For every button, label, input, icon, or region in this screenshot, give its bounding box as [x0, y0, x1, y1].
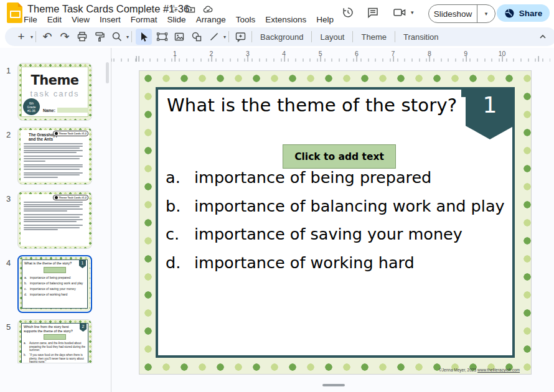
thumb3-paragraph: [24, 214, 86, 222]
menu-help[interactable]: Help: [311, 14, 339, 26]
move-to-folder-icon[interactable]: [185, 4, 195, 14]
ruler-major-ticks: [111, 56, 550, 62]
print-button[interactable]: [75, 29, 90, 45]
thumb-number-3: 3: [6, 194, 11, 203]
option-c[interactable]: c.importance of saving your money: [158, 225, 509, 243]
menu-tools[interactable]: Tools: [231, 14, 261, 26]
new-slide-button[interactable]: +: [14, 29, 29, 45]
text-placeholder-box[interactable]: Click to add text: [283, 144, 396, 169]
zoom-caret-icon[interactable]: ▾: [126, 34, 129, 40]
thumb-number-4: 4: [6, 258, 11, 268]
undo-button[interactable]: ↶: [40, 29, 55, 45]
slide-thumbnail-1[interactable]: Theme task cards 6thGrade#1-36 Name:: [17, 63, 92, 121]
thumb4-title: What is the theme of the story?: [22, 260, 87, 265]
toolbar-separator: [251, 31, 252, 42]
answer-options[interactable]: a.importance of being prepared b.importa…: [158, 168, 509, 281]
text-placeholder-label: Click to add text: [294, 151, 384, 162]
slideshow-label: Slideshow: [429, 9, 477, 19]
toolbar-separator: [131, 31, 132, 42]
thumb2-paragraph: [24, 143, 86, 153]
toolbar-separator: [35, 31, 36, 42]
thumb-number-1: 1: [6, 66, 11, 75]
thumb1-subtitle: task cards: [22, 89, 88, 98]
share-label: Share: [519, 9, 543, 18]
option-a[interactable]: a.importance of being prepared: [158, 168, 509, 187]
current-slide[interactable]: What is the theme of the story? 1 Click …: [139, 70, 532, 375]
slide-thumbnail-4-selected[interactable]: What is the theme of the story? 1 a.impo…: [17, 255, 92, 313]
app-header: Theme Task Cards Complete #1-36 ☆ File E…: [0, 0, 554, 26]
menu-file[interactable]: File: [19, 14, 42, 26]
slide-canvas: What is the theme of the story? 1 Click …: [111, 62, 554, 392]
slideshow-button[interactable]: Slideshow ▾: [428, 4, 495, 23]
thumb2-badge: Theme Task Cards #1-2: [53, 131, 88, 136]
comments-icon[interactable]: [367, 6, 379, 19]
logo-fold: [18, 2, 22, 7]
thumb5-greenbox: [44, 334, 66, 340]
insert-comment-button[interactable]: [233, 29, 248, 45]
thumb3-paragraph: [24, 225, 86, 230]
background-button[interactable]: Background: [255, 32, 309, 42]
slideshow-dropdown-caret-icon[interactable]: ▾: [477, 11, 495, 17]
insert-line-button[interactable]: [207, 29, 222, 45]
thumb-number-2: 2: [6, 130, 11, 139]
menu-arrange[interactable]: Arrange: [191, 14, 231, 26]
toolbar-separator: [395, 31, 395, 42]
credit-link: www.theliteracyloft.com: [477, 368, 520, 372]
layout-button[interactable]: Layout: [314, 32, 350, 42]
thumb3-paragraph: [24, 202, 86, 212]
thumb1-name-row: Name:: [43, 108, 88, 113]
card-number-ribbon[interactable]: 1: [466, 87, 514, 139]
slide-card[interactable]: What is the theme of the story? 1 Click …: [156, 87, 515, 358]
line-caret-icon[interactable]: ▾: [223, 34, 226, 40]
text-box-tool-button[interactable]: [154, 29, 169, 45]
redo-button[interactable]: ↷: [57, 29, 72, 45]
thumb2-paragraph: [24, 172, 86, 178]
insert-shape-button[interactable]: [189, 29, 204, 45]
menu-view[interactable]: View: [67, 14, 95, 26]
horizontal-ruler: 12345678910: [111, 48, 554, 62]
public-globe-icon: [504, 8, 515, 19]
option-b[interactable]: b.importance of balancing work and play: [158, 197, 509, 215]
slide-thumbnail-3[interactable]: Theme Task Cards #1-2: [17, 191, 92, 249]
toolbar-separator: [352, 31, 353, 42]
menu-extensions[interactable]: Extensions: [260, 14, 311, 26]
menu-format[interactable]: Format: [126, 14, 162, 26]
thumb1-name-line: [57, 108, 88, 113]
zoom-button[interactable]: [110, 29, 124, 45]
share-button[interactable]: Share: [497, 4, 550, 22]
thumb5-title: Which line from the story best supports …: [22, 324, 88, 333]
menu-slide[interactable]: Slide: [162, 14, 191, 26]
main-toolbar: + ▾ ↶ ↷ ▾ ▾ Background Layout Theme Tran…: [5, 27, 554, 46]
transition-button[interactable]: Transition: [398, 32, 444, 42]
meet-dropdown-caret-icon[interactable]: ▾: [411, 9, 414, 16]
select-tool-button[interactable]: [136, 29, 152, 45]
menu-bar: File Edit View Insert Format Slide Arran…: [19, 14, 339, 26]
thumb3-badge: Theme Task Cards #1-2: [53, 195, 88, 200]
thumb-number-5: 5: [6, 322, 11, 332]
new-slide-caret-icon[interactable]: ▾: [31, 34, 33, 40]
collapse-toolbar-chevron-icon[interactable]: [535, 29, 550, 45]
cloud-saved-icon[interactable]: [203, 4, 214, 14]
thumb2-paragraph: [24, 156, 86, 161]
insert-image-button[interactable]: [172, 29, 187, 45]
option-d[interactable]: d.importance of working hard: [158, 253, 509, 272]
filmstrip-scrollbar[interactable]: [106, 62, 109, 83]
copyright-credit: ©Jenna Meyer, 2023www.theliteracyloft.co…: [439, 368, 520, 372]
menu-insert[interactable]: Insert: [95, 14, 126, 26]
star-icon[interactable]: ☆: [169, 4, 178, 13]
theme-button[interactable]: Theme: [355, 32, 392, 42]
menu-edit[interactable]: Edit: [42, 14, 67, 26]
paint-format-button[interactable]: [92, 29, 107, 45]
slide-thumbnail-5[interactable]: Which line from the story best supports …: [17, 319, 92, 363]
slide-thumbnail-2[interactable]: Theme Task Cards #1-2 The Grasshopperand…: [17, 127, 92, 185]
thumb4-greenbox: [44, 267, 66, 273]
speaker-notes-drag-handle[interactable]: [322, 384, 345, 386]
toolbar-separator: [228, 31, 229, 42]
thumb1-grade-badge: 6thGrade#1-36: [23, 98, 40, 115]
toolbar-separator: [311, 31, 312, 42]
thumb1-title: Theme: [22, 73, 88, 88]
meet-camera-icon[interactable]: [393, 6, 406, 19]
version-history-icon[interactable]: [342, 6, 354, 19]
thumb4-ribbon: 1: [79, 259, 86, 268]
slide-title-text[interactable]: What is the theme of the story?: [167, 95, 457, 116]
